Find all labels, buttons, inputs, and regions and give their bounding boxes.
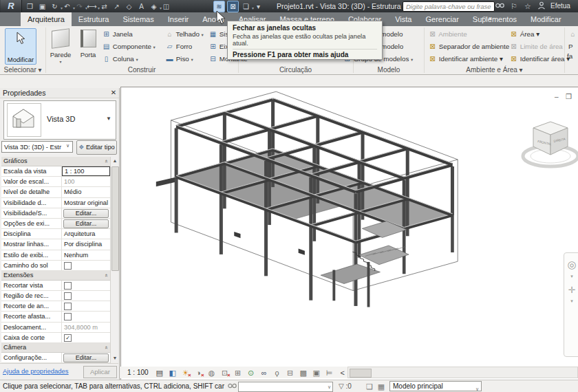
properties-scrollbar[interactable]: ▲ ▼ xyxy=(110,157,119,363)
modify-button[interactable]: Modificar xyxy=(5,28,36,65)
customize-qat-icon[interactable]: ▾ xyxy=(253,1,264,12)
selection-filter[interactable]: ▽ :0 xyxy=(339,382,352,390)
default-3d-view-icon[interactable]: ◈▾ xyxy=(149,1,159,12)
section-header[interactable]: Câmera« xyxy=(1,343,110,353)
type-selector[interactable]: Vista 3D ▼ xyxy=(3,100,116,140)
tab-vista[interactable]: Vista xyxy=(388,12,418,26)
edit-button[interactable]: Editar... xyxy=(63,209,109,218)
property-value[interactable]: Nenhum xyxy=(62,250,110,260)
property-value[interactable]: 1 : 100 xyxy=(62,166,110,176)
chevron-down-icon[interactable]: ▾ xyxy=(566,298,577,304)
room-area-panel-label[interactable]: Ambiente e Área ▾ xyxy=(425,66,564,74)
property-value[interactable]: 304,8000 m xyxy=(62,323,110,332)
room-button[interactable]: ⊠ Ambiente xyxy=(428,29,467,40)
rendering-dialog-icon[interactable]: ◍ xyxy=(207,368,217,378)
select-panel-label[interactable]: Selecionar ▾ xyxy=(0,66,45,74)
chevron-down-icon[interactable]: ▾ xyxy=(566,274,577,279)
collapse-icon[interactable]: « xyxy=(101,346,110,349)
scroll-up-icon[interactable]: ▲ xyxy=(111,158,119,163)
room-separator-button[interactable]: ⊠ Separador de ambiente xyxy=(428,41,509,52)
chevron-down-icon[interactable]: ∨ xyxy=(475,384,479,392)
detail-line-icon[interactable]: ↗ xyxy=(111,1,122,12)
edit-type-button[interactable]: ❖ Editar tipo xyxy=(76,140,117,155)
favorites-icon[interactable]: ☆ xyxy=(523,1,533,11)
collapse-icon[interactable]: « xyxy=(101,160,110,162)
view-scale-button[interactable]: 1 : 100 xyxy=(127,369,149,376)
chevron-down-icon[interactable]: ▼ xyxy=(106,116,111,122)
switch-windows-icon[interactable]: ❏▾ xyxy=(241,1,251,12)
tab-gerenciar[interactable]: Gerenciar xyxy=(419,12,466,26)
worksets-search-icon[interactable] xyxy=(227,382,237,391)
chevron-down-icon[interactable]: ∨ xyxy=(66,143,69,149)
roof-button[interactable]: ⌂ Telhado ▾ xyxy=(165,29,204,40)
text-icon[interactable]: A xyxy=(136,1,147,12)
ceiling-button[interactable]: ▱ Forro xyxy=(165,41,192,52)
properties-help-link[interactable]: Ajuda de propriedades xyxy=(3,367,69,375)
pan-zoom-icon[interactable]: ✛ xyxy=(566,285,577,295)
ribbon-collapse-icon[interactable]: ◠ ▾ xyxy=(482,15,492,22)
tag-room-button[interactable]: ⊠ Identificar ambiente ▾ xyxy=(428,54,503,65)
measure-icon[interactable]: ⟷▾ xyxy=(87,1,97,12)
checkbox[interactable]: ✓ xyxy=(64,334,72,342)
tab-sistemas[interactable]: Sistemas xyxy=(116,12,160,26)
open-icon[interactable]: ❐ xyxy=(25,1,35,12)
tab-arquitetura[interactable]: Arquitetura xyxy=(21,12,72,26)
visual-style-icon[interactable]: ◧ xyxy=(168,368,178,378)
checkbox[interactable] xyxy=(64,292,72,300)
property-value[interactable]: Por disciplina xyxy=(62,239,110,249)
tab-modificar[interactable]: Modificar xyxy=(524,12,568,26)
design-option-combo[interactable]: Modelo principal ∨ xyxy=(389,381,482,391)
property-value[interactable]: 100 xyxy=(62,177,110,186)
properties-header[interactable]: Propriedades xyxy=(0,88,119,98)
displacement-icon[interactable]: ▣ xyxy=(312,368,321,378)
editable-only-icon[interactable]: ❏ xyxy=(365,382,374,391)
scrollbar-thumb[interactable] xyxy=(111,166,119,271)
instance-selector[interactable]: Vista 3D: (3D) - Estr xyxy=(1,141,73,153)
component-button[interactable]: ▤ Componente ▾ xyxy=(102,41,156,52)
application-menu-button[interactable]: R xyxy=(1,0,22,12)
checkbox[interactable] xyxy=(64,282,72,290)
window-button[interactable]: ⊞ Janela xyxy=(102,29,133,40)
area-button[interactable]: ⊠ Área ▾ xyxy=(509,29,539,40)
scrollbar-thumb[interactable] xyxy=(350,369,372,378)
property-value[interactable]: Mostrar original xyxy=(62,198,110,208)
analytical-model-icon[interactable]: ▩ xyxy=(299,368,308,378)
search-input[interactable]: Digite palavra-chave ou frase xyxy=(403,1,495,12)
aligned-dimension-icon[interactable]: ⇄ xyxy=(99,1,109,12)
wall-button[interactable]: Parede▾ xyxy=(48,28,73,65)
temporary-hide-isolate-icon[interactable]: ∞ xyxy=(259,368,269,378)
tab-suplementos[interactable]: Suplementos xyxy=(466,12,524,26)
detail-level-icon[interactable]: ▤ xyxy=(155,368,164,378)
checkbox[interactable] xyxy=(64,303,72,310)
close-hidden-windows-icon[interactable]: ⊠ xyxy=(227,1,239,12)
tab-estrutura[interactable]: Estrutura xyxy=(72,12,116,26)
communication-center-icon[interactable]: ⚐ xyxy=(509,1,519,11)
exclude-options-icon[interactable]: ▦ xyxy=(376,382,386,391)
crop-region-icon[interactable]: ⊞ xyxy=(233,368,243,378)
area-boundary-button[interactable]: ⊠ Limite de área xyxy=(509,41,563,52)
section-header[interactable]: Extensões« xyxy=(1,271,110,281)
column-button[interactable]: ▯ Coluna ▾ xyxy=(102,54,138,65)
locked-3d-view-icon[interactable]: ⊙ xyxy=(246,368,256,378)
checkbox[interactable] xyxy=(64,262,72,270)
reveal-hidden-icon[interactable]: ϙ xyxy=(272,368,282,378)
tag-icon[interactable]: ◇ xyxy=(124,1,134,12)
scroll-left-icon[interactable]: < xyxy=(338,368,347,378)
scroll-down-icon[interactable]: ▼ xyxy=(111,356,119,360)
constraints-icon[interactable]: ⊨ xyxy=(325,368,334,378)
close-icon[interactable]: ✕ xyxy=(109,88,118,98)
steering-wheel-icon[interactable]: ◎ xyxy=(566,259,577,271)
drawing-area[interactable]: ‒ ❐ FRONTAL DIREITA ◎ ▾ ✛ ▾ xyxy=(120,87,578,380)
undo-icon[interactable]: ↶▾ xyxy=(62,1,72,12)
chevron-down-icon[interactable]: ∨ xyxy=(328,384,331,390)
apply-button[interactable]: Aplicar xyxy=(83,366,117,378)
door-button[interactable]: Porta xyxy=(76,28,100,65)
floor-button[interactable]: ▬ Piso ▾ xyxy=(165,54,193,65)
save-icon[interactable]: ▣ xyxy=(37,1,47,12)
shadows-icon[interactable]: ◑× xyxy=(194,368,204,378)
sign-in-icon[interactable] xyxy=(537,1,546,11)
view-cube[interactable]: FRONTAL DIREITA xyxy=(521,113,578,179)
3d-structural-model[interactable] xyxy=(121,87,578,380)
tag-area-button[interactable]: ⊠ Identificar área ▾ xyxy=(509,54,570,65)
sign-in-label[interactable]: Efetua xyxy=(550,2,570,10)
